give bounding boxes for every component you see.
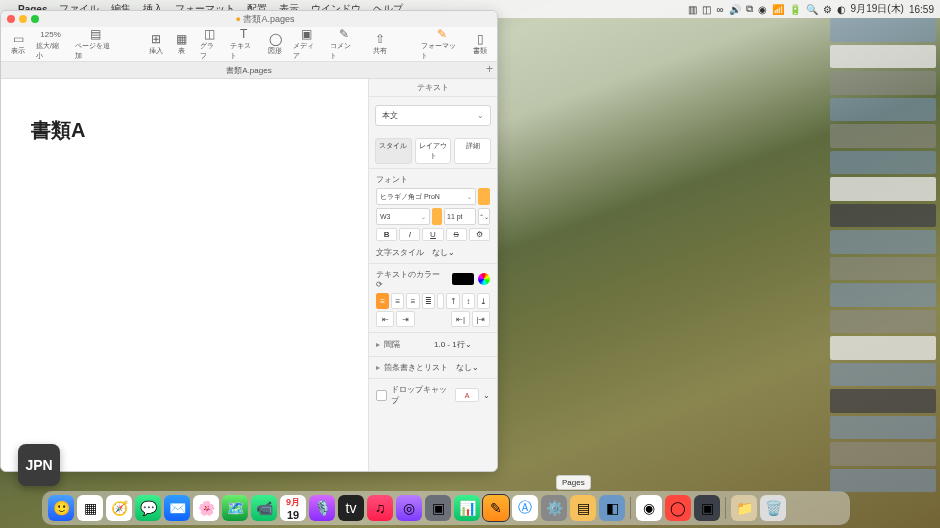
dock-appstore[interactable]: Ⓐ <box>512 495 538 521</box>
toolbar-chart[interactable]: ◫グラフ <box>197 27 223 61</box>
dock-podcasts[interactable]: 🎙️ <box>309 495 335 521</box>
dock-mail[interactable]: ✉️ <box>164 495 190 521</box>
spacing-preset[interactable] <box>482 338 490 351</box>
window-title: ● 書類A.pages <box>39 13 491 26</box>
char-style-select[interactable]: なし⌄ <box>432 247 490 258</box>
toolbar-collab[interactable]: ⇧共有 <box>369 32 391 56</box>
user-icon[interactable]: ◉ <box>758 4 767 15</box>
dock-podcasts2[interactable]: ◎ <box>396 495 422 521</box>
underline-button[interactable]: U <box>422 228 443 241</box>
tab-layout[interactable]: レイアウト <box>415 138 452 164</box>
toolbar-text[interactable]: Tテキスト <box>227 27 260 61</box>
status-icon[interactable]: ▥ <box>688 4 697 15</box>
dock-app3[interactable]: ◧ <box>599 495 625 521</box>
color-picker-icon[interactable] <box>478 273 490 285</box>
menubar-date[interactable]: 9月19日(木) <box>851 2 904 16</box>
toolbar-addpage[interactable]: ▤ページを追加 <box>72 27 119 61</box>
battery-icon[interactable]: 🔋 <box>789 4 801 15</box>
bluetooth-icon[interactable]: ⧉ <box>746 3 753 15</box>
volume-icon[interactable]: 🔊 <box>729 4 741 15</box>
font-family-select[interactable]: ヒラギノ角ゴ ProN⌄ <box>376 188 476 205</box>
paragraph-style-select[interactable]: 本文⌄ <box>375 105 491 126</box>
zoom-button[interactable] <box>31 15 39 23</box>
dock-music[interactable]: ♫ <box>367 495 393 521</box>
align-top[interactable]: ⤒ <box>446 293 459 309</box>
indent-right[interactable]: ⇥ <box>396 311 414 327</box>
dock-chrome[interactable]: ◉ <box>636 495 662 521</box>
font-size-stepper[interactable]: ⌃⌄ <box>478 208 490 225</box>
pages-window: ● 書類A.pages ▭表示 125%拡大/縮小 ▤ページを追加 ⊞挿入 ▦表… <box>0 10 498 472</box>
dock-app[interactable]: ▣ <box>425 495 451 521</box>
align-right[interactable]: ≡ <box>406 293 419 309</box>
advanced-font-button[interactable]: ⚙ <box>469 228 490 241</box>
menubar-time[interactable]: 16:59 <box>909 4 934 15</box>
dock-pages[interactable]: ✎ <box>483 495 509 521</box>
input-source-badge[interactable]: JPN <box>18 444 60 486</box>
indent-left[interactable]: ⇤ <box>376 311 394 327</box>
dock-settings[interactable]: ⚙️ <box>541 495 567 521</box>
align-bottom[interactable]: ⤓ <box>477 293 490 309</box>
indent-hang[interactable]: |⇥ <box>472 311 490 327</box>
siri-icon[interactable]: ◐ <box>837 4 846 15</box>
dock-safari[interactable]: 🧭 <box>106 495 132 521</box>
italic-button[interactable]: I <box>399 228 420 241</box>
dock-trash[interactable]: 🗑️ <box>760 495 786 521</box>
dock-numbers[interactable]: 📊 <box>454 495 480 521</box>
spacing-select[interactable]: 1.0 - 1行⌄ <box>434 339 478 350</box>
dock-messages[interactable]: 💬 <box>135 495 161 521</box>
font-size-input[interactable]: 11 pt <box>444 208 476 225</box>
toolbar-format[interactable]: ✎フォーマット <box>418 27 465 61</box>
toolbar-shape[interactable]: ◯図形 <box>264 32 286 56</box>
align-center[interactable]: ≡ <box>391 293 404 309</box>
bold-button[interactable]: B <box>376 228 397 241</box>
strike-button[interactable]: S <box>446 228 467 241</box>
align-middle[interactable]: ↕ <box>462 293 475 309</box>
minimize-button[interactable] <box>19 15 27 23</box>
dropcap-label: ドロップキャップ <box>391 384 451 406</box>
text-color-swatch[interactable] <box>452 273 474 285</box>
toolbar-zoom[interactable]: 125%拡大/縮小 <box>33 27 68 61</box>
dropcap-style[interactable]: A <box>455 388 479 402</box>
desktop-widgets <box>830 18 936 492</box>
font-weight-select[interactable]: W3⌄ <box>376 208 430 225</box>
toolbar-insert[interactable]: ⊞挿入 <box>145 32 167 56</box>
bullets-select[interactable]: なし⌄ <box>456 362 490 373</box>
new-tab-button[interactable]: + <box>486 62 493 76</box>
dock-facetime[interactable]: 📹 <box>251 495 277 521</box>
document-heading[interactable]: 書類A <box>31 117 85 144</box>
search-icon[interactable]: 🔍 <box>806 4 818 15</box>
dock-photos[interactable]: 🌸 <box>193 495 219 521</box>
toolbar-comment[interactable]: ✎コメント <box>327 27 360 61</box>
document-canvas[interactable]: 書類A <box>1 79 368 471</box>
dock-downloads[interactable]: 📁 <box>731 495 757 521</box>
toolbar-document[interactable]: ▯書類 <box>469 32 491 56</box>
dock-app2[interactable]: ▤ <box>570 495 596 521</box>
titlebar: ● 書類A.pages <box>1 11 497 27</box>
status-icon[interactable]: ∞ <box>716 4 723 15</box>
dock-tv[interactable]: tv <box>338 495 364 521</box>
wifi-icon[interactable]: 📶 <box>772 4 784 15</box>
font-label: フォント <box>376 174 490 185</box>
toolbar-table[interactable]: ▦表 <box>171 32 193 56</box>
dropcap-checkbox[interactable] <box>376 390 387 401</box>
font-weight-preset[interactable] <box>432 208 442 225</box>
indent-first[interactable]: ⇤| <box>451 311 469 327</box>
dock-calendar[interactable]: 9月19 <box>280 495 306 521</box>
tab-style[interactable]: スタイル <box>375 138 412 164</box>
toolbar-view[interactable]: ▭表示 <box>7 32 29 56</box>
toolbar-media[interactable]: ▣メディア <box>290 27 323 61</box>
dock-app5[interactable]: ▣ <box>694 495 720 521</box>
dock-maps[interactable]: 🗺️ <box>222 495 248 521</box>
menubar-status: ▥ ◫ ∞ 🔊 ⧉ ◉ 📶 🔋 🔍 ⚙ ◐ 9月19日(木) 16:59 <box>688 2 934 16</box>
dock-finder[interactable]: 🙂 <box>48 495 74 521</box>
close-button[interactable] <box>7 15 15 23</box>
dock-app4[interactable]: ◯ <box>665 495 691 521</box>
control-center-icon[interactable]: ⚙ <box>823 4 832 15</box>
tab-more[interactable]: 詳細 <box>454 138 491 164</box>
align-justify[interactable]: ≣ <box>422 293 435 309</box>
dock-launchpad[interactable]: ▦ <box>77 495 103 521</box>
font-preset-button[interactable] <box>478 188 490 205</box>
status-icon[interactable]: ◫ <box>702 4 711 15</box>
document-tab[interactable]: 書類A.pages + <box>1 62 497 79</box>
align-left[interactable]: ≡ <box>376 293 389 309</box>
